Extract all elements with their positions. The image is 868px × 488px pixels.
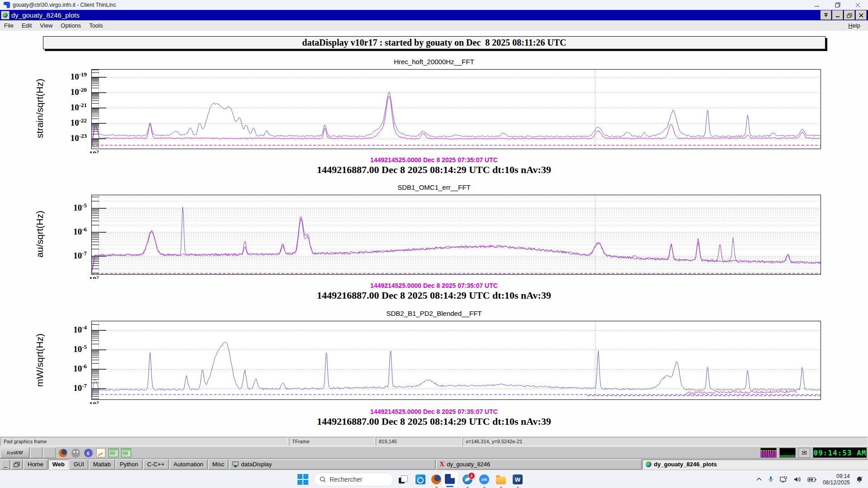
terminal2-launcher-icon[interactable] [121,448,132,458]
y-tick-label: 10-20 [45,86,87,97]
task-dy-gouaty-8246[interactable]: X dy_gouaty_8246 [436,460,642,469]
menu-options[interactable]: Options [57,21,85,30]
emacs-launcher-icon[interactable]: ε [83,448,94,458]
plot-sdb2: SDB2_B1_PD2_Blended__FFT mW/sqrt(Hz) 144… [0,310,868,434]
y-tick-label: 10-7 [45,382,87,393]
app-close-button[interactable] [856,10,867,20]
y-tick-label: 10-21 [45,102,87,113]
icewm-taskbar: IceWM ε ✉ 09:14:53 AM [0,446,868,459]
thunderbird-icon[interactable]: 2 [462,474,473,485]
current-timestamp: 1449216887.00 Dec 8 2025 08:14:29 UTC dt… [0,164,868,176]
workspace-slot-2[interactable] [43,447,56,458]
thinlinc-titlebar: gouaty@ctrl30.virgo.infn.it - Client Thi… [0,0,868,10]
firefox-icon[interactable] [431,474,442,485]
shade-button[interactable] [821,10,831,20]
menu-help[interactable]: Help [844,21,864,30]
tab-automation[interactable]: Automation [170,460,208,469]
y-tick-label: 10-22 [45,117,87,128]
plot-title: SDB2_B1_PD2_Blended__FFT [0,310,868,317]
current-timestamp: 1449216887.00 Dec 8 2025 08:14:29 UTC dt… [0,290,868,301]
notification-bell-icon[interactable]: z [855,476,863,483]
word-icon[interactable]: W [512,474,523,485]
tab-matlab[interactable]: Matlab [89,460,115,469]
plot-frame[interactable] [91,195,821,275]
y-tick-label: 10-6 [45,226,87,237]
y-tick-label: 10-5 [45,202,87,213]
reference-timestamp: 1449214525.0000 Dec 8 2025 07:35:07 UTC [0,156,868,164]
speaker-icon[interactable] [794,476,801,483]
icewm-start-button[interactable]: IceWM [0,447,29,458]
task-dy-gouaty-8246-plots[interactable]: dy_gouaty_8246_plots [642,460,868,469]
menu-tools[interactable]: Tools [85,21,107,30]
clock-time: 09:14 [823,473,850,479]
hide-taskbar-button[interactable]: _ [1,460,10,469]
task-view-icon[interactable] [398,474,409,485]
tab-python[interactable]: Python [116,460,142,469]
y-axis-label: au/sqrt(Hz) [34,211,45,258]
tray-chevron-icon[interactable] [756,478,762,481]
status-data-coords: x=146.314, y=9.5242e-21 [462,437,868,446]
system-clock[interactable]: 09:14 08/12/2025 [823,473,850,486]
restore-button[interactable] [827,0,848,10]
network-monitor [779,448,796,458]
menu-edit[interactable]: Edit [18,21,36,30]
y-tick-label: 10-7 [45,250,87,261]
menu-file[interactable]: File [0,21,18,30]
microphone-icon[interactable] [768,476,774,483]
monitor-icon [232,461,239,467]
x-tick-label: 102 [89,275,99,279]
file-explorer-icon[interactable] [495,474,506,485]
status-class: TFrame [289,437,375,446]
workspace-slot-1[interactable] [30,447,42,458]
app-titlebar[interactable]: dy_gouaty_8246_plots [0,10,868,20]
status-description: Pad graphics frame [0,437,288,446]
windows-start-button[interactable] [297,474,308,485]
app-title: dy_gouaty_8246_plots [11,11,80,19]
window-list-button[interactable] [11,460,23,469]
notification-badge: 2 [468,472,475,479]
zoom-icon[interactable]: zm [479,474,490,485]
y-tick-label: 10-4 [45,324,87,335]
plot-frame[interactable] [91,69,821,149]
app-restore-button[interactable] [844,10,855,20]
gimp-launcher-icon[interactable] [70,448,81,458]
x11-icon: X [439,460,444,468]
statusbar: Pad graphics frame TFrame 819,145 x=146.… [0,436,868,446]
tab-misc[interactable]: Misc [208,460,229,469]
firefox-launcher-icon[interactable] [57,448,68,458]
y-axis-label: mW/sqrt(Hz) [34,333,45,387]
y-tick-label: 10-6 [45,363,87,374]
svg-text:z: z [861,476,863,479]
battery-icon[interactable] [807,477,816,482]
search-icon [320,476,326,483]
display-cast-icon[interactable] [780,476,788,483]
icewm-clock: 09:14:53 AM [813,447,867,458]
datadisplay-app-icon[interactable] [1,11,9,19]
tab-web[interactable]: Web [48,460,69,469]
status-pixel-coords: 819,145 [376,437,462,446]
tab-home[interactable]: Home [24,460,47,469]
windows-search[interactable]: Rechercher [314,473,393,486]
y-tick-label: 10-5 [45,343,87,354]
app-minimize-button[interactable] [832,10,843,20]
outlook-icon[interactable] [415,474,426,485]
session-banner: dataDisplay v10r17 : started by gouaty o… [43,36,826,49]
menu-view[interactable]: View [36,21,57,30]
tab-gui[interactable]: GUI [70,460,88,469]
reference-timestamp: 1449214525.0000 Dec 8 2025 07:35:07 UTC [0,408,868,415]
terminal-launcher-icon[interactable] [108,448,119,458]
x-tick-label: 102 [89,400,99,404]
plot-frame[interactable] [91,321,821,400]
tab-ccpp[interactable]: C-C++ [143,460,169,469]
minimize-button[interactable] [807,0,827,10]
current-timestamp: 1449216887.00 Dec 8 2025 08:14:29 UTC dt… [0,416,868,427]
cpu-monitor [760,448,777,458]
mail-icon[interactable]: ✉ [798,448,810,458]
clock-date: 08/12/2025 [823,479,850,486]
task-datadisplay[interactable]: dataDisplay [229,460,435,469]
windows-taskbar: Rechercher 2 zm W 09:14 08/12/2025 z [0,470,868,488]
editor-launcher-icon[interactable] [95,448,106,458]
close-button[interactable] [848,0,868,10]
y-tick-label: 10-19 [45,71,87,82]
thinlinc-taskbar-active[interactable] [442,471,458,488]
